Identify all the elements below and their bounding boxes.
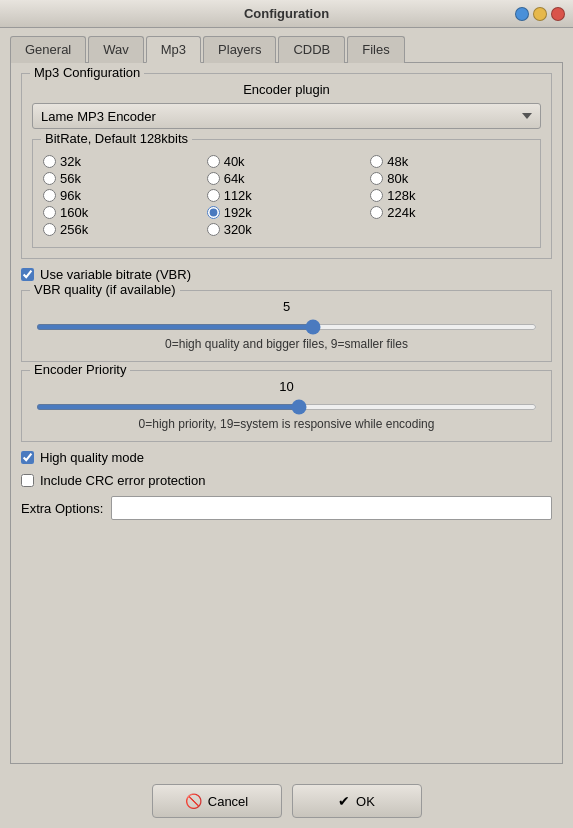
bitrate-40k: 40k: [207, 154, 367, 169]
bitrate-96k-radio[interactable]: [43, 189, 56, 202]
bitrate-128k: 128k: [370, 188, 530, 203]
dropdown-arrow-icon: [522, 113, 532, 119]
tab-players[interactable]: Players: [203, 36, 276, 63]
priority-slider[interactable]: [36, 404, 537, 410]
bitrate-group-title: BitRate, Default 128kbits: [41, 131, 192, 146]
titlebar-btn-yellow[interactable]: [533, 7, 547, 21]
titlebar: Configuration: [0, 0, 573, 28]
bitrate-96k: 96k: [43, 188, 203, 203]
ok-label: OK: [356, 794, 375, 809]
bitrate-64k-radio[interactable]: [207, 172, 220, 185]
bitrate-40k-label: 40k: [224, 154, 245, 169]
high-quality-label: High quality mode: [40, 450, 144, 465]
encoder-dropdown[interactable]: Lame MP3 Encoder: [32, 103, 541, 129]
main-panel: Mp3 Configuration Encoder plugin Lame MP…: [10, 62, 563, 764]
bitrate-56k-label: 56k: [60, 171, 81, 186]
bottom-bar: 🚫 Cancel ✔ OK: [0, 774, 573, 828]
bitrate-32k-radio[interactable]: [43, 155, 56, 168]
vbr-value-display: 5: [32, 299, 541, 314]
bitrate-192k-radio[interactable]: [207, 206, 220, 219]
titlebar-buttons: [515, 7, 565, 21]
bitrate-56k: 56k: [43, 171, 203, 186]
bitrate-48k: 48k: [370, 154, 530, 169]
bitrate-128k-radio[interactable]: [370, 189, 383, 202]
encoder-section-label: Encoder plugin: [32, 82, 541, 97]
priority-value-display: 10: [32, 379, 541, 394]
vbr-checkbox[interactable]: [21, 268, 34, 281]
vbr-slider[interactable]: [36, 324, 537, 330]
bitrate-grid: 32k 40k 48k 56k: [43, 154, 530, 237]
bitrate-80k-label: 80k: [387, 171, 408, 186]
tab-wav[interactable]: Wav: [88, 36, 144, 63]
vbr-quality-group: VBR quality (if available) 5 0=high qual…: [21, 290, 552, 362]
bitrate-64k: 64k: [207, 171, 367, 186]
bitrate-48k-radio[interactable]: [370, 155, 383, 168]
bitrate-224k-radio[interactable]: [370, 206, 383, 219]
priority-slider-container: [32, 398, 541, 413]
vbr-quality-group-title: VBR quality (if available): [30, 282, 180, 297]
bitrate-112k: 112k: [207, 188, 367, 203]
window-title: Configuration: [244, 6, 329, 21]
vbr-checkbox-row: Use variable bitrate (VBR): [21, 267, 552, 282]
encoder-dropdown-row: Lame MP3 Encoder: [32, 103, 541, 129]
tab-bar: General Wav Mp3 Players CDDB Files: [10, 36, 563, 63]
bitrate-40k-radio[interactable]: [207, 155, 220, 168]
extra-options-input[interactable]: [111, 496, 552, 520]
bitrate-256k-label: 256k: [60, 222, 88, 237]
cancel-button[interactable]: 🚫 Cancel: [152, 784, 282, 818]
bitrate-64k-label: 64k: [224, 171, 245, 186]
vbr-checkbox-label: Use variable bitrate (VBR): [40, 267, 191, 282]
bitrate-224k-label: 224k: [387, 205, 415, 220]
bitrate-80k: 80k: [370, 171, 530, 186]
tab-mp3[interactable]: Mp3: [146, 36, 201, 63]
tab-cddb[interactable]: CDDB: [278, 36, 345, 63]
bitrate-160k: 160k: [43, 205, 203, 220]
bitrate-160k-label: 160k: [60, 205, 88, 220]
bitrate-112k-radio[interactable]: [207, 189, 220, 202]
cancel-icon: 🚫: [185, 793, 202, 809]
bitrate-128k-label: 128k: [387, 188, 415, 203]
bitrate-56k-radio[interactable]: [43, 172, 56, 185]
encoder-priority-group-title: Encoder Priority: [30, 362, 130, 377]
window-content: General Wav Mp3 Players CDDB Files Mp3 C…: [0, 28, 573, 774]
bitrate-256k: 256k: [43, 222, 203, 237]
extra-options-label: Extra Options:: [21, 501, 103, 516]
ok-icon: ✔: [338, 793, 350, 809]
tab-general[interactable]: General: [10, 36, 86, 63]
mp3config-group: Mp3 Configuration Encoder plugin Lame MP…: [21, 73, 552, 259]
crc-label: Include CRC error protection: [40, 473, 205, 488]
bitrate-256k-radio[interactable]: [43, 223, 56, 236]
ok-button[interactable]: ✔ OK: [292, 784, 422, 818]
mp3config-group-title: Mp3 Configuration: [30, 65, 144, 80]
high-quality-checkbox[interactable]: [21, 451, 34, 464]
bitrate-group: BitRate, Default 128kbits 32k 40k 48k: [32, 139, 541, 248]
cancel-label: Cancel: [208, 794, 248, 809]
bitrate-192k: 192k: [207, 205, 367, 220]
bitrate-96k-label: 96k: [60, 188, 81, 203]
encoder-dropdown-value: Lame MP3 Encoder: [41, 109, 514, 124]
bitrate-320k-label: 320k: [224, 222, 252, 237]
tab-files[interactable]: Files: [347, 36, 404, 63]
bitrate-80k-radio[interactable]: [370, 172, 383, 185]
priority-slider-desc: 0=high priority, 19=system is responsive…: [32, 417, 541, 431]
bitrate-48k-label: 48k: [387, 154, 408, 169]
vbr-slider-desc: 0=high quality and bigger files, 9=small…: [32, 337, 541, 351]
high-quality-row: High quality mode: [21, 450, 552, 465]
crc-checkbox[interactable]: [21, 474, 34, 487]
bitrate-320k: 320k: [207, 222, 367, 237]
encoder-priority-group: Encoder Priority 10 0=high priority, 19=…: [21, 370, 552, 442]
titlebar-btn-blue[interactable]: [515, 7, 529, 21]
bitrate-32k-label: 32k: [60, 154, 81, 169]
crc-row: Include CRC error protection: [21, 473, 552, 488]
bitrate-160k-radio[interactable]: [43, 206, 56, 219]
bitrate-320k-radio[interactable]: [207, 223, 220, 236]
bitrate-32k: 32k: [43, 154, 203, 169]
bitrate-224k: 224k: [370, 205, 530, 220]
bitrate-112k-label: 112k: [224, 188, 252, 203]
bitrate-192k-label: 192k: [224, 205, 252, 220]
extra-options-row: Extra Options:: [21, 496, 552, 520]
vbr-slider-container: [32, 318, 541, 333]
titlebar-btn-red[interactable]: [551, 7, 565, 21]
